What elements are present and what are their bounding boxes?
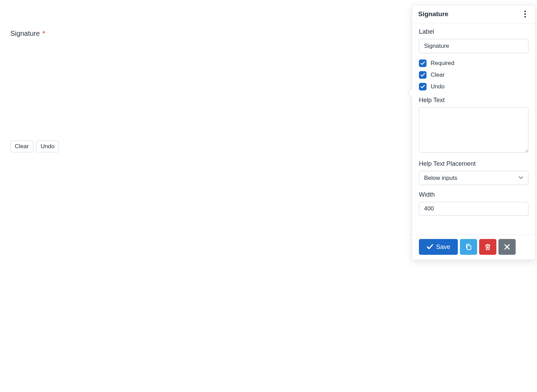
undo-checkbox[interactable] <box>419 83 427 90</box>
check-icon <box>420 84 425 89</box>
panel-footer: Save <box>412 235 441 260</box>
required-checkbox[interactable] <box>419 59 427 67</box>
label-group: Label <box>419 28 441 53</box>
panel-header: Signature <box>412 5 441 23</box>
checkbox-group: Required Clear Undo <box>419 59 441 90</box>
help-text-group: Help Text <box>419 97 441 154</box>
properties-panel: Signature Label Required <box>412 5 441 260</box>
width-input[interactable] <box>419 202 441 216</box>
width-group: Width <box>419 191 441 216</box>
width-label: Width <box>419 191 441 198</box>
undo-checkbox-row[interactable]: Undo <box>419 83 441 90</box>
undo-checkbox-label: Undo <box>431 83 441 90</box>
signature-actions: Clear Undo <box>10 141 226 152</box>
required-checkbox-label: Required <box>431 60 441 67</box>
check-icon <box>427 243 433 250</box>
label-field-label: Label <box>419 28 441 35</box>
save-button-label: Save <box>436 243 441 251</box>
help-placement-label: Help Text Placement <box>419 160 441 167</box>
save-button[interactable]: Save <box>419 239 441 255</box>
help-placement-group: Help Text Placement Below inputs <box>419 160 441 185</box>
help-placement-select[interactable]: Below inputs <box>419 171 441 185</box>
help-text-label: Help Text <box>419 97 441 104</box>
signature-preview: Signature * Clear Undo <box>0 0 234 161</box>
panel-title: Signature <box>418 10 441 18</box>
help-text-input[interactable] <box>419 107 441 153</box>
required-marker: * <box>42 30 45 37</box>
field-label-text: Signature <box>10 30 40 37</box>
undo-button[interactable]: Undo <box>36 141 59 152</box>
required-checkbox-row[interactable]: Required <box>419 59 441 67</box>
clear-checkbox-row[interactable]: Clear <box>419 71 441 79</box>
check-icon <box>420 61 425 66</box>
clear-checkbox[interactable] <box>419 71 427 79</box>
label-input[interactable] <box>419 39 441 53</box>
clear-button[interactable]: Clear <box>10 141 33 152</box>
clear-checkbox-label: Clear <box>431 72 441 78</box>
panel-body: Label Required Clear Undo <box>412 23 441 235</box>
check-icon <box>420 73 425 77</box>
field-label: Signature * <box>10 30 226 37</box>
